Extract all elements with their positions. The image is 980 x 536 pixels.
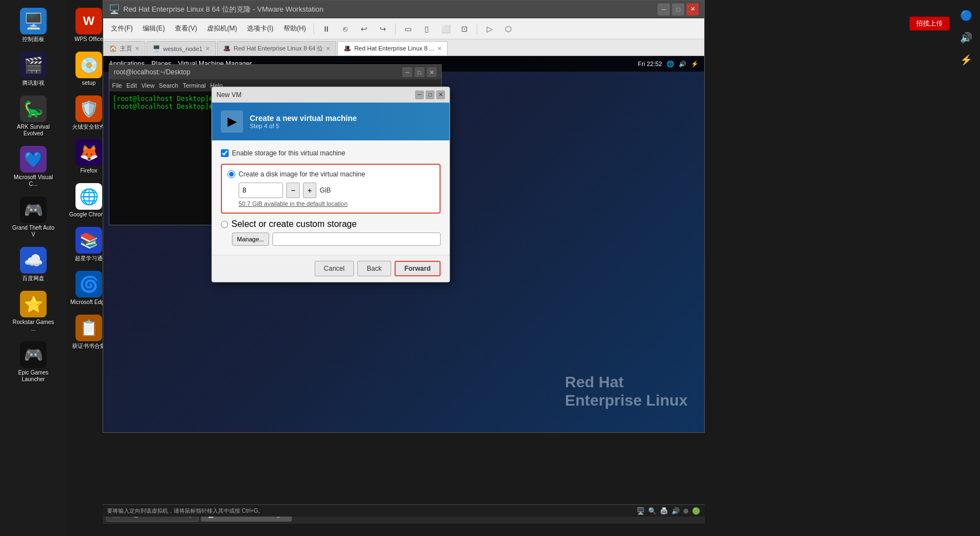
rhel-clone-tab-close[interactable]: ✕ [437, 45, 442, 52]
dialog-maximize[interactable]: □ [426, 90, 435, 99]
rhel64-tab-close[interactable]: ✕ [326, 45, 330, 52]
vm-content[interactable]: Applications Places Virtual Machine Mana… [103, 56, 704, 432]
enable-storage-checkbox[interactable] [221, 149, 229, 157]
enable-storage-label[interactable]: Enable storage for this virtual machine [232, 149, 345, 157]
gta-icon: 🎮 [20, 196, 47, 223]
gta-label: Grand Theft Auto V [11, 225, 56, 238]
vm-desktop[interactable]: Applications Places Virtual Machine Mana… [103, 56, 704, 432]
sidebar-item-rockstar[interactable]: ⭐ Rockstar Games ... [8, 289, 58, 335]
setup-icon: 💿 [75, 52, 102, 78]
redhat-line2: Enterprise Linux [565, 391, 688, 410]
upload-button[interactable]: 招揽上传 [910, 17, 949, 31]
tencent-video-label: 腾讯影视 [22, 80, 44, 87]
terminal-titlebar: root@localhost:~/Desktop ─ □ ✕ [109, 65, 441, 79]
msvc-icon: 💙 [20, 146, 47, 173]
sidebar-item-baidu[interactable]: ☁️ 百度网盘 [8, 245, 58, 284]
sidebar-item-tencent-video[interactable]: 🎬 腾讯影视 [8, 49, 58, 89]
menu-view[interactable]: 查看(V) [171, 23, 200, 34]
setup-label: setup [82, 80, 95, 87]
pause-button[interactable]: ⏸ [319, 21, 334, 37]
disk-size-input[interactable]: 8 [239, 183, 283, 198]
vmware-title: 🖥️ Red Hat Enterprise Linux 8 64 位的克隆 - … [109, 4, 324, 14]
new-vm-dialog: New VM ─ □ ✕ ▶ Create a new virtual mach… [211, 87, 450, 282]
vmware-menubar: 文件(F) 编辑(E) 查看(V) 虚拟机(M) 选项卡(I) 帮助(H) ⏸ … [103, 18, 704, 39]
menu-tabs[interactable]: 选项卡(I) [244, 23, 276, 34]
right-panel-icon3[interactable]: ⚡ [956, 50, 976, 70]
menu-vm[interactable]: 虚拟机(M) [204, 23, 240, 34]
right-panel-icon2[interactable]: 🔊 [956, 28, 976, 48]
terminal-menu-view[interactable]: View [142, 82, 155, 89]
tab-westos-node1[interactable]: 🖥️ westos_node1 ✕ [147, 41, 216, 55]
size-unit: GiB [320, 186, 331, 194]
terminal-menu-edit[interactable]: Edit [127, 82, 137, 89]
terminal-maximize[interactable]: □ [415, 67, 425, 77]
gnome-volume-icon: 🔊 [679, 60, 686, 68]
terminal-close[interactable]: ✕ [427, 67, 437, 77]
westos-tab-close[interactable]: ✕ [205, 45, 210, 52]
disk-image-radio[interactable] [228, 170, 235, 178]
toolbar-separator3 [477, 23, 477, 34]
terminal-menu-file[interactable]: File [112, 82, 122, 89]
cancel-button[interactable]: Cancel [315, 261, 354, 276]
rockstar-icon: ⭐ [20, 291, 47, 317]
toolbar-btn2[interactable]: ⎋ [337, 21, 353, 37]
dialog-header: ▶ Create a new virtual machine Step 4 of… [212, 103, 449, 140]
redhat-branding: Red Hat Enterprise Linux [565, 373, 688, 410]
custom-storage-label[interactable]: Select or create custom storage [231, 219, 357, 229]
gnome-right-panel: Fri 22:52 🌐 🔊 ⚡ [638, 60, 699, 68]
terminal-minimize[interactable]: ─ [402, 67, 412, 77]
gnome-time: Fri 22:52 [638, 60, 662, 67]
toolbar-btn3[interactable]: ↩ [356, 21, 372, 37]
minimize-button[interactable]: ─ [658, 3, 670, 16]
dialog-close[interactable]: ✕ [436, 90, 445, 99]
tab-rhel-64[interactable]: 🎩 Red Hat Enterprise Linux 8 64 位 ✕ [217, 41, 336, 55]
back-button[interactable]: Back [357, 261, 391, 276]
menu-edit[interactable]: 编辑(E) [139, 23, 168, 34]
right-panel-icon1[interactable]: 🔵 [956, 6, 976, 26]
toolbar-btn9[interactable]: ▷ [482, 21, 497, 37]
control-panel-label: 控制面板 [22, 36, 44, 43]
tab-rhel-clone[interactable]: 🎩 Red Hat Enterprise Linux 8 ... ✕ [337, 41, 447, 55]
toolbar-btn5[interactable]: ▭ [400, 21, 416, 37]
home-tab-close[interactable]: ✕ [135, 45, 139, 52]
maximize-button[interactable]: □ [672, 3, 684, 16]
size-plus-button[interactable]: + [303, 183, 316, 198]
vm-status-text: 要将输入定向到该虚拟机，请将鼠标指针移入其中或按 Ctrl+G。 [107, 507, 264, 515]
ark-label: ARK Survival Evolved [11, 124, 56, 137]
redhat-line1: Red Hat [565, 373, 688, 392]
toolbar-btn8[interactable]: ⊡ [457, 21, 472, 37]
sidebar-item-gta[interactable]: 🎮 Grand Theft Auto V [8, 194, 58, 240]
disk-image-label[interactable]: Create a disk image for the virtual mach… [239, 170, 365, 178]
vmware-tabs: 🏠 主页 ✕ 🖥️ westos_node1 ✕ 🎩 Red Hat Enter… [103, 39, 704, 56]
size-minus-button[interactable]: − [286, 183, 300, 198]
vm-status-icon3: 🖨️ [660, 507, 668, 515]
toolbar-btn10[interactable]: ⬡ [501, 21, 516, 37]
close-button[interactable]: ✕ [686, 3, 699, 16]
forward-button[interactable]: Forward [395, 261, 441, 276]
dialog-controls: ─ □ ✕ [415, 90, 445, 99]
menu-help[interactable]: 帮助(H) [280, 23, 310, 34]
toolbar-btn7[interactable]: ⬜ [438, 21, 453, 37]
vm-status-icons: 🖥️ 🔍 🖨️ 🔊 ⊕ 🟢 [637, 507, 700, 515]
rhel-clone-tab-icon: 🎩 [343, 45, 351, 52]
vm-status-bar: 要将输入定向到该虚拟机，请将鼠标指针移入其中或按 Ctrl+G。 🖥️ 🔍 🖨️… [103, 504, 705, 517]
sidebar-item-epic[interactable]: 🎮 Epic Games Launcher [8, 339, 58, 385]
terminal-menu-terminal[interactable]: Terminal [183, 82, 206, 89]
chrome-icon: 🌐 [75, 183, 102, 210]
play-icon: ▶ [228, 114, 237, 129]
terminal-menu-search[interactable]: Search [159, 82, 178, 89]
sidebar-item-control-panel[interactable]: 🖥️ 控制面板 [8, 6, 58, 45]
cert-icon: 📋 [75, 315, 102, 341]
sidebar-item-msvc[interactable]: 💙 Microsoft Visual C... [8, 144, 58, 190]
manage-button[interactable]: Manage... [232, 232, 269, 246]
terminal-controls: ─ □ ✕ [402, 67, 437, 77]
menu-file[interactable]: 文件(F) [108, 23, 136, 34]
tab-home[interactable]: 🏠 主页 ✕ [103, 41, 145, 55]
toolbar-btn6[interactable]: ▯ [419, 21, 435, 37]
dialog-header-subtitle: Step 4 of 5 [250, 123, 357, 129]
custom-storage-radio[interactable] [221, 221, 228, 228]
dialog-minimize[interactable]: ─ [415, 90, 424, 99]
toolbar-btn4[interactable]: ↪ [375, 21, 391, 37]
manage-input[interactable] [272, 232, 441, 246]
sidebar-item-ark[interactable]: 🦕 ARK Survival Evolved [8, 93, 58, 139]
